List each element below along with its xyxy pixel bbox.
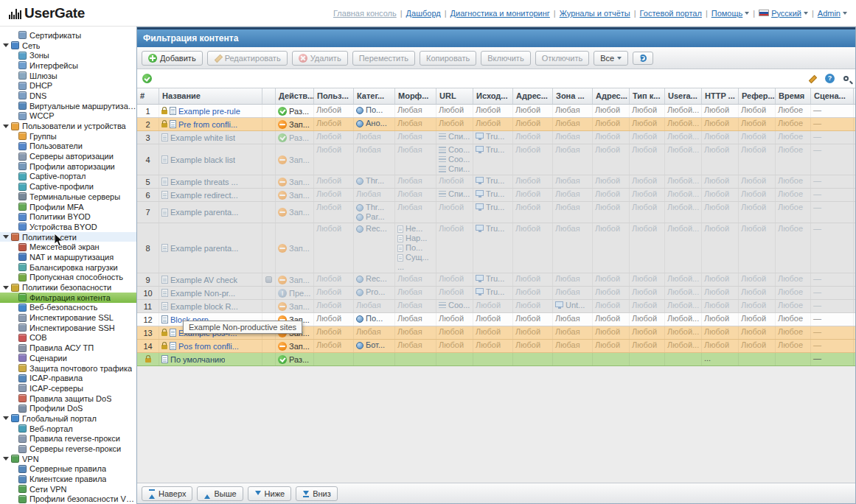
table-row[interactable]: 8Example parenta...Зап...ЛюбойRec...Не..… <box>137 223 855 273</box>
sidebar-item-byod-devices[interactable]: Устройства BYOD <box>0 222 136 232</box>
help-button[interactable] <box>824 72 836 85</box>
sidebar-item-vpn-networks[interactable]: Сети VPN <box>0 484 136 494</box>
table-row[interactable]: По умолчаниюРаз......— <box>137 353 855 366</box>
nav-link-logs-reports[interactable]: Журналы и отчёты <box>560 9 630 18</box>
sidebar-item-vpn-security-profiles[interactable]: Профили безопасности VPN <box>0 494 136 504</box>
refresh-button[interactable] <box>633 52 653 65</box>
sidebar-item-interfaces[interactable]: Интерфейсы <box>0 60 136 71</box>
footer-button-move-top[interactable]: Наверх <box>142 486 192 501</box>
table-row[interactable]: 6Example redirect...Зап...ЛюбойЛюбаяЛюба… <box>137 189 855 202</box>
sidebar-item-content-filtering[interactable]: Фильтрация контента <box>0 293 136 303</box>
column-header-referer[interactable]: Рефер... <box>739 88 776 104</box>
column-header-dst_zone[interactable]: Зона ... <box>553 88 593 104</box>
column-header-users[interactable]: Польз... <box>314 88 354 104</box>
sidebar-item-nat-routing[interactable]: NAT и маршрутизация <box>0 252 136 262</box>
sidebar-item-dos-profiles[interactable]: Профили DoS <box>0 403 136 413</box>
sidebar-item-virtual-routers[interactable]: Виртуальные маршрутизаторы <box>0 101 136 111</box>
sidebar-item-certificates[interactable]: Сертификаты <box>0 30 136 41</box>
toolbar-button-add[interactable]: Добавить <box>142 51 203 66</box>
sidebar-item-ids[interactable]: СОВ <box>0 333 136 343</box>
nav-link-language[interactable]: Русский <box>759 9 808 18</box>
sidebar-item-ssh-inspection[interactable]: Инспектирование SSH <box>0 323 136 333</box>
table-row[interactable]: 10Example Non-pr...Пре...ЛюбойPro...Люба… <box>137 287 855 300</box>
column-header-opt[interactable] <box>262 88 276 104</box>
column-header-action[interactable]: Действ... <box>276 88 314 104</box>
column-header-http_method[interactable]: HTTP ... <box>702 88 739 104</box>
nav-link-help[interactable]: Помощь <box>711 9 750 18</box>
sidebar-item-terminal-servers[interactable]: Терминальные серверы <box>0 192 136 202</box>
sidebar-item-captive-portal[interactable]: Captive-портал <box>0 172 136 182</box>
column-header-categories[interactable]: Катег... <box>354 88 395 104</box>
sidebar-item-icap-servers[interactable]: ICAP-серверы <box>0 383 136 393</box>
sidebar-item-dns[interactable]: DNS <box>0 91 136 101</box>
table-row[interactable]: 1Example pre-ruleРаз...ЛюбойПо...ЛюбаяЛю… <box>137 105 855 118</box>
sidebar-item-vpn-server-rules[interactable]: Серверные правила <box>0 464 136 475</box>
toolbar-button-copy[interactable]: Копировать <box>420 51 476 66</box>
toolbar-button-delete[interactable]: Удалить <box>292 51 348 66</box>
nav-link-guest-portal[interactable]: Гостевой портал <box>640 9 702 18</box>
sidebar-item-security-policies[interactable]: Политики безопасности <box>0 282 136 293</box>
sidebar-item-global-portal[interactable]: Глобальный портал <box>0 413 136 424</box>
search-button[interactable] <box>842 74 850 83</box>
sidebar-item-groups[interactable]: Группы <box>0 131 136 141</box>
sidebar-item-scenarios[interactable]: Сценарии <box>0 353 136 363</box>
toolbar-button-disable[interactable]: Отключить <box>535 51 590 66</box>
table-row[interactable]: 5Example threats ...Зап...ЛюбойThr...Люб… <box>137 175 855 189</box>
sidebar-item-network[interactable]: Сеть <box>0 41 136 51</box>
column-header-useragent[interactable]: Usera... <box>665 88 702 104</box>
footer-button-move-up[interactable]: Выше <box>197 486 243 501</box>
sidebar-item-firewall[interactable]: Межсетевой экран <box>0 242 136 252</box>
sidebar-item-byod-policies[interactable]: Политики BYOD <box>0 211 136 222</box>
sidebar-item-wccp[interactable]: WCCP <box>0 111 136 122</box>
footer-button-move-down[interactable]: Ниже <box>248 486 292 501</box>
sidebar-item-scada-rules[interactable]: Правила АСУ ТП <box>0 343 136 353</box>
sidebar-item-captive-profiles[interactable]: Captive-профили <box>0 181 136 192</box>
toolbar-button-enable[interactable]: Включить <box>481 51 530 66</box>
sidebar-item-auth-servers[interactable]: Серверы авторизации <box>0 151 136 161</box>
nav-link-diagnostics-monitoring[interactable]: Диагностика и мониторинг <box>450 9 550 18</box>
column-header-name[interactable]: Название <box>159 88 262 104</box>
nav-link-admin[interactable]: Admin <box>818 9 847 18</box>
column-header-scenario[interactable]: Сцена... <box>811 88 854 104</box>
sidebar-item-dos-protection-rules[interactable]: Правила защиты DoS <box>0 393 136 404</box>
sidebar-item-load-balancing[interactable]: Балансировка нагрузки <box>0 262 136 273</box>
column-header-src_zone[interactable]: Исход... <box>473 88 513 104</box>
column-header-dst_address[interactable]: Адрес... <box>593 88 630 104</box>
sidebar-item-dhcp[interactable]: DHCP <box>0 80 136 91</box>
sidebar-item-gateways[interactable]: Шлюзы <box>0 71 136 81</box>
sidebar-item-ssl-inspection[interactable]: Инспектирование SSL <box>0 312 136 323</box>
table-row[interactable]: 14Pos from confli...Зап...ЛюбойБот...Люб… <box>137 340 855 353</box>
sidebar-item-zones[interactable]: Зоны <box>0 50 136 60</box>
table-row[interactable]: 4Example black listЗап...ЛюбойЛюбаяЛюбая… <box>137 144 855 175</box>
sidebar-item-users[interactable]: Пользователи <box>0 141 136 152</box>
sidebar-item-bandwidth[interactable]: Пропускная способность <box>0 273 136 283</box>
column-header-src_address[interactable]: Адрес... <box>513 88 553 104</box>
column-header-num[interactable]: # <box>137 88 159 104</box>
table-row[interactable]: 9Example AV checkЗап...ЛюбойRec...ЛюбаяЛ… <box>137 273 855 287</box>
toolbar-button-move[interactable]: Переместить <box>352 51 415 66</box>
toolbar-button-edit[interactable]: Редактировать <box>207 51 288 66</box>
sidebar-item-web-portal[interactable]: Веб-портал <box>0 424 136 434</box>
edit-filter-button[interactable] <box>807 73 818 84</box>
table-row[interactable]: 11Example block R...Зап...ЛюбойЛюбаяЛюба… <box>137 300 855 313</box>
nav-link-main-console[interactable]: Главная консоль <box>333 9 397 18</box>
sidebar-item-mfa-profiles[interactable]: Профили MFA <box>0 202 136 212</box>
column-header-content_type[interactable]: Тип к... <box>630 88 665 104</box>
footer-button-move-bottom[interactable]: Вниз <box>296 486 338 501</box>
filter-all-dropdown[interactable]: Все <box>594 51 628 66</box>
column-header-time[interactable]: Время <box>776 88 811 104</box>
sidebar-item-vpn-client-rules[interactable]: Клиентские правила <box>0 474 136 484</box>
sidebar-item-icap-rules[interactable]: ICAP-правила <box>0 373 136 383</box>
sidebar-item-vpn[interactable]: VPN <box>0 454 136 464</box>
column-header-morphology[interactable]: Морф... <box>395 88 436 104</box>
column-header-url[interactable]: URL <box>436 88 473 104</box>
sidebar-item-auth-profiles[interactable]: Профили авторизации <box>0 161 136 172</box>
sidebar-item-reverse-proxy-rules[interactable]: Правила reverse-прокси <box>0 434 136 444</box>
sidebar-item-network-policies[interactable]: Политики сети <box>0 232 136 242</box>
table-row[interactable]: 7Example parenta...Зап...ЛюбойThr...Par.… <box>137 202 855 223</box>
sidebar-item-reverse-proxy-servers[interactable]: Серверы reverse-прокси <box>0 444 136 454</box>
sidebar-item-web-safety[interactable]: Веб-безопасность <box>0 303 136 313</box>
table-row[interactable]: 3Example white listРаз...ЛюбойЛюбаяЛюбая… <box>137 131 855 144</box>
nav-link-dashboard[interactable]: Дашборд <box>406 9 441 18</box>
table-row[interactable]: 2Pre from confli...Зап...ЛюбойАно...Люба… <box>137 118 855 131</box>
